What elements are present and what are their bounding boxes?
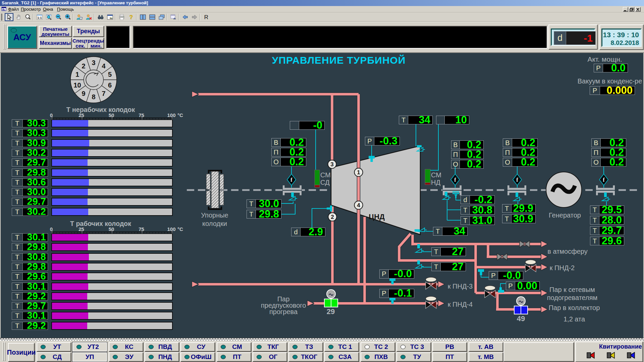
screen-button-label: ПХВ (374, 353, 388, 361)
nav-forward-button[interactable] (190, 13, 199, 21)
screen-button-СУ[interactable]: СУ (180, 342, 215, 352)
tile-horizontal-button[interactable] (148, 13, 157, 21)
block-valve-49-closed[interactable] (514, 297, 528, 314)
zoom-window-button[interactable] (45, 13, 53, 21)
spectrends-button[interactable]: Спецтренды сек. мин. (72, 38, 104, 49)
binoculars-button[interactable] (96, 13, 105, 21)
spectrends-sec-button[interactable]: сек. (73, 43, 88, 48)
screen-button-т. АВ[interactable]: т. АВ (469, 342, 503, 352)
window-arrow-button[interactable] (169, 13, 178, 21)
control-valve-network-heaters[interactable] (485, 286, 495, 298)
zoom-in-button[interactable] (63, 13, 72, 21)
screen-button-ТС 2[interactable]: ТС 2 (361, 342, 395, 352)
positions-button[interactable]: Позиции (8, 343, 35, 362)
nav-back-button[interactable] (181, 13, 190, 21)
speaker-icon[interactable] (586, 352, 596, 360)
screen-button-СЗА[interactable]: СЗА (324, 352, 359, 362)
button-led (365, 355, 370, 359)
magnifier-button[interactable] (23, 13, 32, 21)
document-icon[interactable] (1, 7, 7, 11)
tile-vertical-button[interactable] (139, 13, 147, 21)
readout-p000: P 0.00 (506, 282, 540, 290)
tbox-value: 29.2 (22, 322, 48, 329)
speaker-icon[interactable] (627, 352, 637, 360)
user-edit-button[interactable] (75, 13, 84, 21)
menu-windows[interactable]: Окна (43, 6, 53, 12)
letter-r-button[interactable]: R (202, 13, 211, 21)
screen-button-ПВД[interactable]: ПВД (145, 342, 179, 352)
one-to-one-button[interactable]: 1:1 (35, 13, 44, 21)
mdi-minimize-button[interactable] (623, 7, 628, 12)
screen-button-ПХВ[interactable]: ПХВ (361, 352, 395, 362)
tbox-label: T (12, 283, 22, 290)
screen-button-ПНД[interactable]: ПНД (145, 352, 179, 362)
printer-button[interactable] (117, 13, 126, 21)
button-led (149, 345, 154, 349)
number-window-button[interactable]: № (106, 13, 114, 21)
screen-button-ПТ[interactable]: ПТ (432, 352, 467, 362)
arrow-cursor-button[interactable] (5, 13, 13, 21)
mdi-restore-button[interactable] (629, 7, 634, 12)
mechanisms-button[interactable]: Механизмы (39, 38, 72, 49)
block-valve-29-open[interactable] (324, 290, 338, 307)
screen-button-ПТ[interactable]: ПТ (217, 352, 251, 362)
screen-button-ТКОГ[interactable]: ТКОГ (288, 352, 323, 362)
toolbar-separator (167, 14, 167, 20)
bars-working-tbox: T 30.1 (12, 312, 48, 320)
screen-button-СМ[interactable]: СМ (217, 342, 251, 352)
bar-fill (52, 198, 88, 205)
screen-button-УП[interactable]: УП (72, 352, 107, 362)
screen-button-ТКГ[interactable]: ТКГ (253, 342, 287, 352)
control-valve-pnd4[interactable] (426, 296, 436, 308)
user-delete-button[interactable] (85, 13, 93, 21)
screen-button-label: РВ (445, 343, 454, 351)
print-documents-label: Печатные документы (42, 26, 69, 37)
readout-p-00a: P -0.0 (379, 269, 414, 279)
readout-value: 30.0 (256, 200, 281, 208)
control-valve-pnd2[interactable] (525, 260, 536, 272)
nav-back-icon (182, 14, 189, 20)
tbox-value: 29.8 (22, 169, 48, 176)
speaker-icon[interactable] (606, 352, 616, 360)
spectrends-min-button[interactable]: мин. (88, 43, 103, 48)
bars-nonworking-bar (51, 139, 173, 147)
tbox-value: 29.8 (22, 263, 48, 270)
button-led (400, 355, 406, 359)
cascade-button[interactable] (157, 13, 166, 21)
screen-button-КС[interactable]: КС (109, 342, 143, 352)
toolbar-grip[interactable] (1, 14, 3, 20)
menu-help[interactable]: Помощь (57, 6, 74, 12)
help-button[interactable]: ? (127, 13, 136, 21)
title-bar[interactable]: Saransk_TG2 [1] - Графический интерфейс … (0, 0, 644, 6)
mdi-close-button[interactable] (635, 7, 641, 12)
trends-button[interactable]: Тренды (73, 26, 104, 37)
screen-button-ТЗ[interactable]: ТЗ (288, 342, 323, 352)
manual-valve-atmosphere-2[interactable] (497, 253, 507, 260)
screen-button-ТУ[interactable]: ТУ (396, 352, 431, 362)
print-documents-button[interactable]: Печатные документы (39, 26, 72, 37)
button-led (184, 345, 190, 349)
screen-button-СД[interactable]: СД (37, 352, 71, 362)
bottombar-grip[interactable] (3, 342, 6, 361)
manual-valve-atmosphere-1[interactable] (520, 241, 530, 247)
screen-button-УТ[interactable]: УТ (37, 342, 71, 352)
svg-text:f: f (603, 177, 605, 183)
asu-button[interactable]: АСУ (7, 26, 37, 49)
screen-button-ТС 3[interactable]: ТС 3 (396, 342, 431, 352)
panel-grip[interactable] (3, 24, 6, 50)
screen-button-ЭУ[interactable]: ЭУ (109, 352, 143, 362)
screen-button-УТ2[interactable]: УТ2 (72, 342, 107, 352)
bar-fill (52, 244, 88, 250)
scada-title: УПРАВЛЕНИЕ ТУРБИНОЙ (272, 55, 406, 66)
hand-button[interactable] (14, 13, 23, 21)
menu-file[interactable]: Файл (8, 6, 19, 12)
control-valve-pnd3[interactable] (426, 277, 436, 289)
screen-button-ОФиШ[interactable]: ОФиШ (180, 352, 215, 362)
readout-t309: T 30.9 (502, 215, 536, 223)
screen-button-ОГ[interactable]: ОГ (253, 352, 287, 362)
screen-button-РВ[interactable]: РВ (432, 342, 467, 352)
screen-button-т. МВ[interactable]: т. МВ (469, 352, 503, 362)
menu-view[interactable]: Просмотр (21, 6, 41, 12)
screen-button-ТС 1[interactable]: ТС 1 (324, 342, 359, 352)
zoom-out-button[interactable] (54, 13, 63, 21)
